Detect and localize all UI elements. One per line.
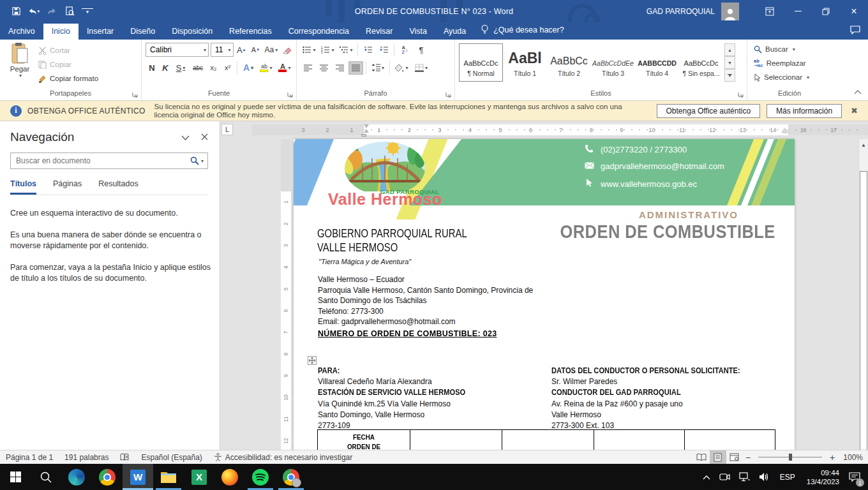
taskbar-word[interactable]: W bbox=[123, 464, 153, 490]
font-size-select[interactable]: 11▾ bbox=[211, 43, 234, 57]
style-titulo-3[interactable]: AaBbCcDdEe Título 3 bbox=[591, 43, 635, 82]
tab-inicio[interactable]: Inicio bbox=[43, 24, 79, 40]
show-marks-button[interactable]: ¶ bbox=[414, 43, 428, 57]
borders-button[interactable]: ▾ bbox=[412, 61, 431, 75]
taskbar-browser-profile[interactable] bbox=[276, 464, 306, 490]
volume-icon[interactable] bbox=[754, 464, 774, 490]
style-titulo-1[interactable]: AaBl Título 1 bbox=[503, 43, 547, 82]
ribbon-display-options-icon[interactable] bbox=[756, 0, 784, 22]
align-right-button[interactable] bbox=[333, 61, 347, 75]
tab-correspondencia[interactable]: Correspondencia bbox=[280, 24, 357, 40]
get-genuine-office-button[interactable]: Obtenga Office auténtico bbox=[657, 104, 761, 118]
change-case-button[interactable]: Aa▾ bbox=[264, 43, 279, 57]
chevron-down-icon[interactable] bbox=[181, 131, 190, 143]
taskbar-edge[interactable] bbox=[61, 464, 92, 490]
language-status[interactable]: Español (España) bbox=[135, 453, 207, 462]
taskbar-file-explorer[interactable] bbox=[153, 464, 184, 490]
keyboard-language[interactable]: ESP bbox=[774, 473, 801, 482]
superscript-button[interactable]: x² bbox=[221, 61, 234, 75]
bold-button[interactable]: N bbox=[146, 61, 158, 75]
clipboard-dialog-launcher[interactable] bbox=[131, 91, 139, 98]
hanging-indent-marker[interactable] bbox=[364, 129, 369, 133]
font-family-select[interactable]: Calibri▾ bbox=[146, 43, 209, 57]
customize-qat-icon[interactable]: ▾ bbox=[82, 8, 93, 15]
strikethrough-button[interactable]: abc bbox=[190, 61, 206, 75]
document-area[interactable]: L 321 1234567891011121314 1617 1234567 bbox=[220, 121, 868, 450]
paste-button[interactable]: Pegar ▾ bbox=[4, 42, 36, 88]
tab-referencias[interactable]: Referencias bbox=[221, 24, 280, 40]
justify-button[interactable] bbox=[348, 61, 363, 75]
taskbar-search-button[interactable] bbox=[31, 464, 61, 490]
more-info-button[interactable]: Más información bbox=[767, 104, 842, 118]
style-sin-espaciado[interactable]: AaBbCcDc ¶ Sin espa... bbox=[679, 43, 723, 82]
read-mode-button[interactable] bbox=[693, 450, 710, 464]
close-pane-icon[interactable] bbox=[201, 131, 208, 143]
avatar[interactable] bbox=[721, 3, 739, 20]
sort-button[interactable]: AZ↓ bbox=[397, 43, 413, 57]
highlight-button[interactable]: ab▾ bbox=[257, 61, 275, 75]
paste-dropdown[interactable]: ▾ bbox=[19, 73, 22, 78]
styles-scroll-up[interactable]: ▲ bbox=[724, 43, 735, 56]
cut-button[interactable]: Cortar bbox=[36, 43, 101, 57]
numbering-button[interactable]: 123▾ bbox=[319, 43, 336, 57]
dismiss-warning-icon[interactable]: ✖ bbox=[851, 106, 858, 115]
scroll-up-icon[interactable]: ▲ bbox=[859, 139, 868, 151]
zoom-out-button[interactable]: − bbox=[743, 452, 753, 463]
accessibility-status[interactable]: Accesibilidad: es necesario investigar bbox=[208, 453, 358, 462]
feedback-icon[interactable] bbox=[850, 26, 860, 37]
nav-tab-resultados[interactable]: Resultados bbox=[98, 179, 138, 195]
select-button[interactable]: Seleccionar▾ bbox=[751, 70, 829, 84]
search-input[interactable] bbox=[11, 156, 186, 165]
taskbar-spotify[interactable] bbox=[245, 464, 276, 490]
replace-button[interactable]: ab⇢ac Reemplazar bbox=[751, 56, 829, 70]
restore-button[interactable] bbox=[812, 0, 840, 22]
style-titulo-2[interactable]: AaBbCc Título 2 bbox=[547, 43, 591, 82]
bullets-button[interactable]: ▾ bbox=[301, 43, 318, 57]
proofing-status[interactable] bbox=[114, 453, 135, 461]
find-button[interactable]: Buscar▾ bbox=[751, 42, 829, 56]
account-name[interactable]: GAD PARROQUIAL bbox=[647, 7, 715, 16]
taskbar-clock[interactable]: 09:44 13/4/2023 bbox=[801, 468, 845, 486]
nav-tab-paginas[interactable]: Páginas bbox=[53, 179, 82, 195]
table-move-handle[interactable] bbox=[308, 356, 317, 365]
action-center-button[interactable]: 1 bbox=[845, 464, 868, 490]
print-preview-icon[interactable] bbox=[64, 6, 75, 17]
zoom-slider-thumb[interactable] bbox=[789, 454, 792, 461]
taskbar-firefox[interactable] bbox=[214, 464, 245, 490]
underline-button[interactable]: S▾ bbox=[172, 61, 189, 75]
grow-font-button[interactable]: A▲ bbox=[236, 43, 248, 57]
save-icon[interactable] bbox=[10, 6, 22, 17]
paragraph-dialog-launcher[interactable] bbox=[445, 91, 453, 98]
tell-me-box[interactable]: ¿Qué desea hacer? bbox=[474, 21, 571, 40]
word-count[interactable]: 191 palabras bbox=[59, 453, 114, 462]
scrollbar-thumb[interactable] bbox=[860, 171, 867, 450]
redo-icon[interactable] bbox=[46, 6, 57, 17]
left-indent-marker[interactable] bbox=[361, 134, 366, 137]
tab-revisar[interactable]: Revisar bbox=[357, 24, 401, 40]
align-center-button[interactable] bbox=[317, 61, 331, 75]
style-normal[interactable]: AaBbCcDc ¶ Normal bbox=[459, 43, 503, 82]
zoom-in-button[interactable]: + bbox=[827, 452, 837, 463]
right-indent-marker[interactable] bbox=[782, 128, 788, 133]
font-dialog-launcher[interactable] bbox=[287, 91, 294, 98]
collapse-ribbon-button[interactable] bbox=[854, 85, 862, 97]
clear-formatting-button[interactable] bbox=[281, 43, 294, 57]
tab-ayuda[interactable]: Ayuda bbox=[435, 24, 474, 40]
network-icon[interactable] bbox=[735, 464, 754, 490]
styles-scroll-down[interactable]: ▼ bbox=[724, 56, 735, 69]
undo-icon[interactable]: ▾ bbox=[28, 6, 40, 17]
page-count[interactable]: Página 1 de 1 bbox=[0, 453, 59, 462]
print-layout-button[interactable] bbox=[710, 450, 726, 464]
tab-diseno[interactable]: Diseño bbox=[122, 24, 163, 40]
first-line-indent-marker[interactable] bbox=[364, 124, 369, 128]
tab-insertar[interactable]: Insertar bbox=[79, 24, 122, 40]
tab-vista[interactable]: Vista bbox=[401, 24, 435, 40]
vertical-scrollbar[interactable]: ▲ bbox=[858, 139, 868, 450]
subscript-button[interactable]: x₂ bbox=[207, 61, 220, 75]
style-titulo-4[interactable]: AABBCCDD Título 4 bbox=[635, 43, 679, 82]
increase-indent-button[interactable] bbox=[377, 43, 391, 57]
web-layout-button[interactable] bbox=[726, 450, 743, 464]
zoom-slider[interactable] bbox=[758, 457, 822, 457]
close-button[interactable]: × bbox=[840, 0, 868, 22]
font-color-button[interactable]: A▾ bbox=[276, 61, 294, 75]
